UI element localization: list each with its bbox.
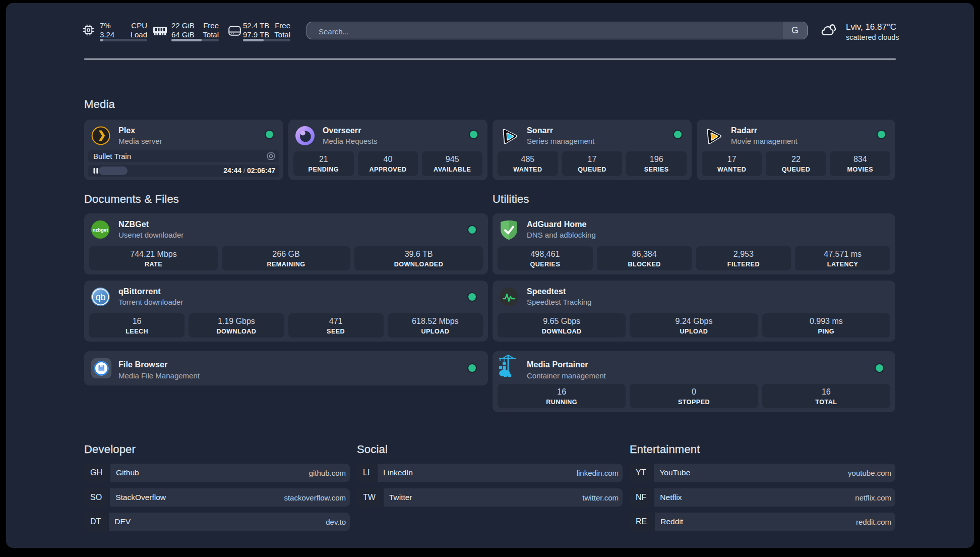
svg-text:nzbget: nzbget bbox=[93, 227, 108, 233]
svg-text:qb: qb bbox=[95, 292, 105, 302]
